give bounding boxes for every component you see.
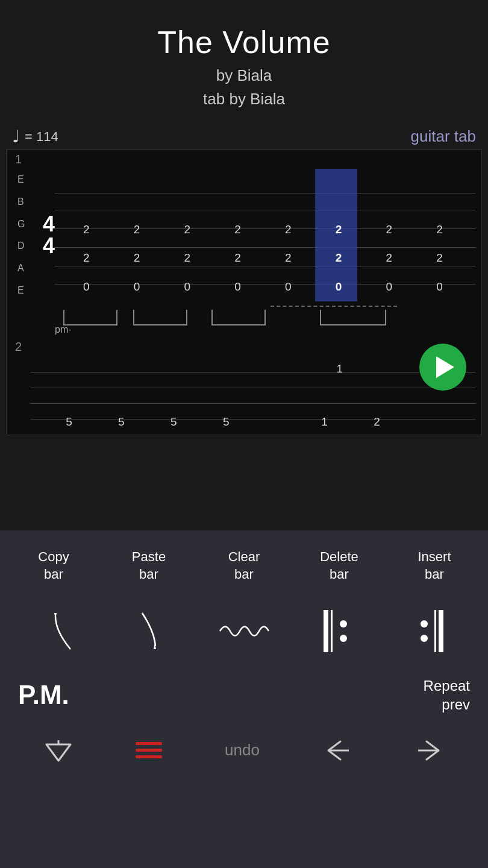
bar2-beat-3: 5: [170, 415, 177, 429]
bar2-string-labels: [17, 356, 30, 435]
beat-col-4: 2 2 0: [214, 169, 261, 301]
copy-bar-label: Copybar: [38, 549, 69, 583]
clear-bar-button[interactable]: Clearbar: [214, 549, 274, 583]
hamburger-line-2: [136, 749, 162, 752]
pm-bracket-1: [63, 310, 117, 326]
vibrato-button[interactable]: [214, 601, 274, 661]
guitar-tab-label: guitar tab: [411, 127, 476, 146]
beat-col-3: 2 2 0: [164, 169, 210, 301]
bar2-beat-2: 5: [118, 415, 125, 429]
svg-point-8: [421, 620, 428, 627]
svg-rect-2: [324, 610, 328, 652]
beat-col-5: 2 2 0: [265, 169, 311, 301]
header: The Volume by Biala tab by Biala: [0, 0, 488, 121]
pm-bracket-4: [320, 310, 386, 326]
string-G: G: [17, 219, 25, 230]
string-B: B: [17, 197, 25, 207]
prev-button[interactable]: [322, 738, 352, 763]
repeat-prev-text[interactable]: Repeatprev: [424, 676, 470, 714]
delete-bar-button[interactable]: Deletebar: [309, 549, 369, 583]
repeat-end-icon: [413, 607, 446, 655]
delete-bar-label: Deletebar: [320, 549, 358, 583]
time-sig-bottom: 4: [43, 235, 55, 257]
undo-button[interactable]: undo: [225, 741, 260, 760]
icons-row: [0, 595, 488, 667]
pm-area: pm-: [55, 301, 475, 338]
undo-label: undo: [225, 741, 260, 760]
string-E-high: E: [17, 174, 25, 185]
svg-marker-0: [54, 613, 57, 619]
pm-text[interactable]: P.M.: [18, 680, 69, 710]
pm-dashed-line: [271, 306, 397, 307]
menu-button[interactable]: [136, 742, 162, 758]
bar2-beat-6: 1: [321, 415, 328, 429]
song-title: The Volume: [12, 24, 476, 60]
pm-indicator: pm-: [55, 324, 72, 335]
pm-bracket-3: [211, 310, 266, 326]
svg-rect-3: [331, 610, 333, 652]
bar1-number: 1: [7, 150, 481, 169]
beat-col-8: 2 2 0: [416, 169, 463, 301]
slide-up-icon: [37, 607, 80, 655]
svg-rect-6: [439, 610, 443, 652]
bottom-nav: undo: [0, 726, 488, 775]
clear-bar-label: Clearbar: [228, 549, 260, 583]
tempo-value: = 114: [25, 129, 58, 145]
play-icon: [436, 356, 454, 378]
time-sig-top: 4: [43, 213, 55, 235]
play-button[interactable]: [419, 344, 466, 391]
copy-bar-button[interactable]: Copybar: [23, 549, 84, 583]
down-arrow-button[interactable]: [43, 735, 74, 766]
paste-bar-label: Pastebar: [132, 549, 166, 583]
insert-bar-label: Insertbar: [418, 549, 451, 583]
bar2-staff: 1 5 5 5 5 1 2: [13, 356, 475, 435]
pm-bracket-2: [133, 310, 187, 326]
bar2-beat-top: 1: [336, 362, 343, 376]
song-artist: by Biala: [12, 66, 476, 85]
note-symbol: ♩: [12, 127, 20, 146]
beat-col-1: 2 2 0: [63, 169, 110, 301]
next-button[interactable]: [414, 738, 445, 763]
bar2-line-2: [31, 388, 475, 388]
action-buttons-row: Copybar Pastebar Clearbar Deletebar Inse…: [0, 530, 488, 595]
string-labels: E B G D A E: [17, 169, 25, 301]
repeat-start-icon: [321, 607, 354, 655]
paste-bar-button[interactable]: Pastebar: [119, 549, 179, 583]
slide-up-button[interactable]: [28, 601, 89, 661]
bar2-line-3: [31, 403, 475, 404]
repeat-start-button[interactable]: [307, 601, 367, 661]
svg-point-5: [340, 635, 347, 642]
svg-marker-10: [46, 744, 70, 761]
svg-point-9: [421, 635, 428, 642]
down-arrow-icon: [43, 735, 74, 766]
labels-row: P.M. Repeatprev: [0, 670, 488, 720]
slide-down-button[interactable]: [121, 601, 181, 661]
slide-down-icon: [130, 607, 172, 655]
time-signature: 4 4: [43, 213, 55, 257]
bar2-line-1: [31, 372, 475, 373]
bottom-toolbar: Copybar Pastebar Clearbar Deletebar Inse…: [0, 530, 488, 868]
song-tab-by: tab by Biala: [12, 90, 476, 108]
string-A: A: [17, 263, 25, 274]
bar2-beat-4: 5: [223, 415, 230, 429]
right-arrow-icon: [414, 738, 445, 763]
insert-bar-button[interactable]: Insertbar: [404, 549, 465, 583]
string-E-low: E: [17, 285, 25, 296]
notation-section: ♩ = 114 guitar tab: [0, 121, 488, 146]
bar2-area: 2 1 5 5 5 5 1 2: [7, 338, 481, 435]
beat-col-2: 2 2 0: [114, 169, 160, 301]
svg-point-4: [340, 620, 347, 627]
left-arrow-icon: [322, 738, 352, 763]
beat-col-6-highlighted: 2 2 0: [316, 169, 362, 301]
bar2-number: 2: [7, 338, 481, 356]
tempo-info: ♩ = 114: [12, 127, 58, 146]
vibrato-icon: [217, 616, 271, 646]
bar2-beat-1: 5: [66, 415, 72, 429]
hamburger-line-1: [136, 742, 162, 745]
bar2-beat-7: 2: [374, 415, 380, 429]
tab-container: 1 E B G D A E 4 4: [6, 149, 482, 435]
repeat-end-button[interactable]: [399, 601, 460, 661]
string-D: D: [17, 241, 25, 251]
bar2-beats-row: 5 5 5 5 1 2: [43, 415, 475, 429]
staff-area: 2 2 0 2 2 0 2 2 0: [55, 169, 475, 301]
